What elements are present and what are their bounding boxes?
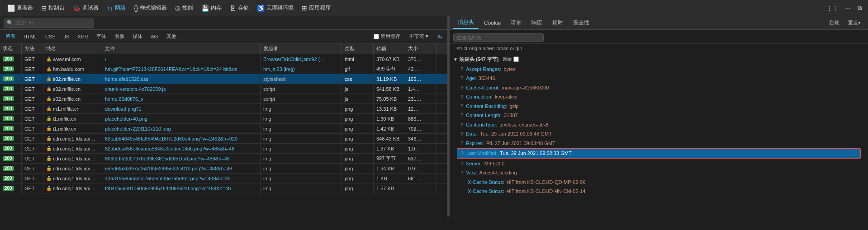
help-icon[interactable]: ?	[460, 160, 463, 168]
help-icon[interactable]: ?	[460, 66, 463, 73]
table-row[interactable]: 200 GET 🔒s02.mifile.cn chunk-vendors.4c7…	[0, 84, 447, 94]
toolbar-btn-memory[interactable]: 💾 内存	[198, 2, 225, 14]
filter-tab-font[interactable]: 字体	[93, 31, 110, 42]
help-icon[interactable]: ?	[460, 84, 463, 92]
cell-transfer: 1.37 KB	[374, 144, 405, 153]
cell-transfer: 75.05 KB	[374, 94, 405, 103]
cell-status: 200	[0, 84, 22, 94]
col-header-domain[interactable]: 域名	[43, 43, 102, 54]
table-row[interactable]: 200 GET 🔒cdn.cnbj1.fds.api… 43a3195efa6a…	[0, 174, 447, 183]
help-icon[interactable]: ?	[460, 103, 463, 110]
header-value: HIT from KS-CLOUD-HN-CM-05-14	[505, 188, 586, 195]
toolbar-btn-debugger[interactable]: 🐞 调试器	[69, 2, 102, 14]
col-header-file[interactable]: 文件	[102, 43, 261, 54]
tab-timing[interactable]: 耗时	[548, 17, 568, 28]
tab-cookie[interactable]: Cookie	[479, 18, 505, 28]
cell-size: 12…	[405, 104, 437, 113]
undock-icon[interactable]: ⧉	[855, 3, 864, 14]
table-row[interactable]: 200 GET 🔒cdn.cnbj1.fds.api… eded6fa3b897…	[0, 164, 447, 174]
table-row[interactable]: 200 GET 🔒cdn.cnbj1.fds.api… f484b6ca6010…	[0, 183, 447, 193]
table-row[interactable]: 200 GET 🔒cdn.cnbj1.fds.api… 806f2dfb2d27…	[0, 154, 447, 164]
help-icon[interactable]: ?	[460, 75, 463, 82]
table-row[interactable]: 200 GET 🔒hm.baidu.com hm.gif?hca=F721342…	[0, 64, 447, 74]
filter-tab-all[interactable]: 所有	[2, 31, 19, 42]
raw-checkbox[interactable]	[513, 56, 519, 62]
toolbar-btn-inspector[interactable]: ⬜ 查看器	[4, 2, 37, 14]
cell-file: hm.gif?hca=F7213428F6614FEA&cc=1&ck=1&cl…	[102, 64, 261, 74]
cell-file: placeholder-220!110x110.png	[102, 124, 261, 133]
filter-tab-media[interactable]: 媒体	[129, 31, 146, 42]
toolbar-btn-accessibility[interactable]: ♿ 无障碍环境	[253, 2, 297, 14]
help-icon[interactable]: ?	[460, 130, 463, 138]
cell-domain: 🔒i1.mifile.cn	[43, 114, 102, 123]
throttle-select[interactable]: 不节流▼	[406, 31, 433, 42]
cell-method: GET	[22, 144, 43, 153]
intercept-button[interactable]: 拦截	[825, 19, 843, 27]
table-row[interactable]: 200 GET 🔒m1.mifile.cn download.png?1 img…	[0, 104, 447, 114]
header-value: MIFE/3.0	[483, 160, 505, 168]
filter-tab-xhr[interactable]: XHR	[74, 32, 91, 41]
toolbar-btn-performance[interactable]: ◎ 性能	[171, 2, 197, 14]
filter-tab-other[interactable]: 其他	[163, 31, 180, 42]
header-item: X-Cache-Status: HIT from KS-CLOUD-HN-CM-…	[453, 187, 864, 196]
more-options-icon[interactable]: ···	[843, 3, 853, 13]
header-value: 353446	[477, 75, 495, 82]
cell-file: /	[102, 54, 261, 64]
tab-security[interactable]: 安全性	[569, 17, 594, 28]
table-row[interactable]: 200 GET 🔒cdn.cnbj1.fds.api… 82abdba456e8…	[0, 144, 447, 154]
toolbar-btn-style-editor[interactable]: {} 样式编辑器	[130, 2, 171, 14]
toolbar-btn-console[interactable]: ⊟ 控制台	[38, 2, 68, 14]
tab-response[interactable]: 响应	[527, 17, 547, 28]
col-header-type[interactable]: 类型	[342, 43, 374, 54]
response-section-title[interactable]: ▼ 响应头 (547 字节) 原始	[453, 54, 864, 65]
cell-status: 200	[0, 134, 22, 143]
resend-button[interactable]: 重发▾	[844, 19, 864, 27]
filter-tab-ws[interactable]: WS	[147, 32, 162, 41]
help-icon[interactable]: ?	[460, 121, 463, 129]
help-icon[interactable]: ?	[460, 140, 463, 147]
raw-toggle[interactable]: 原始	[503, 56, 512, 62]
table-row[interactable]: 200 GET 🔒i1.mifile.cn placeholder-40.png…	[0, 114, 447, 124]
cell-domain: 🔒hm.baidu.com	[43, 64, 102, 74]
table-row[interactable]: 200 GET 🔒cdn.cnbj1.fds.api… 63bab54049c4…	[0, 134, 447, 144]
toolbar-btn-storage[interactable]: 🗄 存储	[226, 2, 252, 14]
table-row[interactable]: 200 GET 🔒s02.mifile.cn home.efed1520.css…	[0, 74, 447, 84]
col-header-transfer[interactable]: 传输	[374, 43, 405, 54]
memory-icon: 💾	[201, 5, 209, 12]
col-header-method[interactable]: 方法	[22, 43, 43, 54]
col-header-initiator[interactable]: 发起者	[261, 43, 342, 54]
network-table-panel: 🔍 过滤 URL 所有 HTML CSS JS XHR 字体 图像 媒体 WS …	[0, 16, 448, 216]
cell-file: f484b6ca6010a0deb9f85464409862af.png?w=4…	[102, 183, 261, 193]
tab-headers[interactable]: 消息头	[453, 17, 479, 29]
table-header: 状态 方法 域名 文件 发起者 类型 传输 大小	[0, 43, 447, 54]
table-row[interactable]: 200 GET 🔒s02.mifile.cn home.60d0ff76.js …	[0, 94, 447, 104]
table-row[interactable]: 200 GET 🔒www.mi.com / BrowserTabChild.js…	[0, 54, 447, 64]
table-row[interactable]: 200 GET 🔒i1.mifile.cn placeholder-220!11…	[0, 124, 447, 134]
header-item: ? Age: 353446	[453, 74, 864, 83]
toolbar-btn-network[interactable]: ↑↓ 网络	[103, 2, 129, 14]
filter-tab-image[interactable]: 图像	[111, 31, 128, 42]
cell-type: html	[342, 54, 374, 64]
tab-request[interactable]: 请求	[506, 17, 526, 28]
url-filter-input[interactable]: 🔍 过滤 URL	[4, 19, 94, 28]
filter-tab-js[interactable]: JS	[60, 32, 73, 41]
cell-size: 1.0…	[405, 144, 437, 153]
inspector-icon: ⬜	[7, 5, 15, 12]
col-header-status[interactable]: 状态	[0, 43, 22, 54]
header-item: ? Server: MIFE/3.0	[453, 159, 864, 169]
filter-tab-css[interactable]: CSS	[42, 32, 59, 41]
toolbar-btn-application[interactable]: ⊞ 应用程序	[298, 2, 334, 14]
ai-label[interactable]: Ai	[434, 32, 446, 41]
help-icon[interactable]: ?	[461, 150, 464, 157]
filter-tab-html[interactable]: HTML	[20, 32, 41, 41]
cell-status: 200	[0, 144, 22, 153]
disable-cache-checkbox[interactable]: 禁用缓存	[374, 33, 400, 40]
dock-split-icon[interactable]: ⋮⋮	[824, 3, 841, 13]
cell-status: 200	[0, 104, 22, 113]
help-icon[interactable]: ?	[460, 112, 463, 119]
cell-method: GET	[22, 154, 43, 163]
help-icon[interactable]: ?	[460, 93, 463, 101]
headers-filter-input[interactable]	[453, 33, 544, 42]
col-header-size[interactable]: 大小	[405, 43, 437, 54]
help-icon[interactable]: ?	[460, 169, 463, 177]
